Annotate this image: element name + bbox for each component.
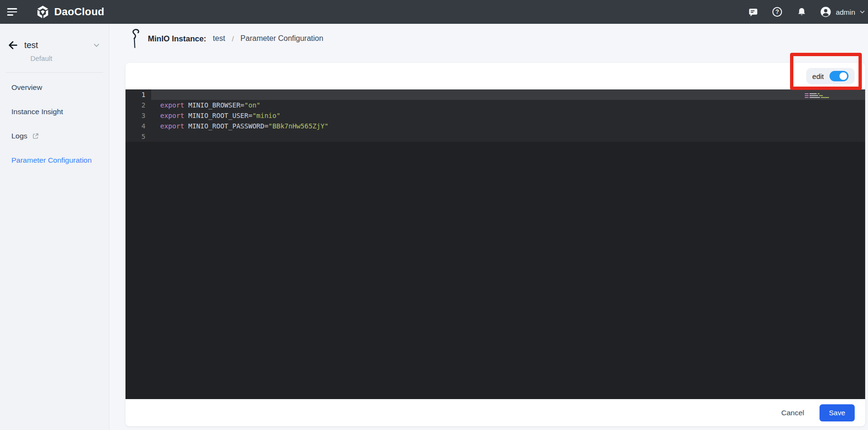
sidebar-item-label: Logs bbox=[11, 132, 28, 140]
menu-icon[interactable] bbox=[7, 7, 19, 17]
line-number: 2 bbox=[125, 100, 151, 110]
code-text[interactable] bbox=[151, 131, 865, 142]
minimap[interactable] bbox=[805, 91, 835, 101]
external-link-icon bbox=[32, 132, 39, 140]
sidebar-item-label: Instance Insight bbox=[11, 108, 63, 116]
code-text[interactable]: export MINIO_ROOT_PASSWORD="BBk7nHw565Zj… bbox=[151, 121, 865, 131]
instance-name[interactable]: test bbox=[24, 40, 38, 50]
sidebar-item-label: Parameter Configuration bbox=[11, 156, 92, 165]
code-line[interactable]: 1 bbox=[125, 89, 865, 100]
topbar: DaoCloud ? bbox=[0, 0, 868, 24]
sidebar-item-label: Overview bbox=[11, 83, 42, 92]
sidebar-divider bbox=[6, 72, 103, 73]
svg-text:?: ? bbox=[775, 9, 779, 15]
minio-logo-icon bbox=[129, 29, 141, 49]
brand-name: DaoCloud bbox=[54, 6, 104, 18]
sidebar-item-overview[interactable]: Overview bbox=[0, 75, 109, 99]
instance-chevron-down-icon[interactable] bbox=[93, 41, 100, 49]
instance-default-label: Default bbox=[30, 55, 100, 62]
back-button[interactable] bbox=[7, 39, 19, 51]
breadcrumb-instance[interactable]: test bbox=[213, 34, 225, 43]
sidebar-nav: Overview Instance Insight Logs Parameter… bbox=[0, 75, 109, 172]
main-content: MinIO Instance: test / Parameter Configu… bbox=[109, 24, 868, 430]
cancel-button[interactable]: Cancel bbox=[781, 409, 804, 417]
sidebar-item-instance-insight[interactable]: Instance Insight bbox=[0, 99, 109, 124]
bell-icon[interactable] bbox=[796, 6, 807, 18]
avatar bbox=[820, 6, 831, 18]
breadcrumb-separator: / bbox=[232, 35, 234, 43]
edit-toggle-switch[interactable] bbox=[829, 71, 849, 81]
sidebar-item-logs[interactable]: Logs bbox=[0, 124, 109, 148]
brand-logo[interactable]: DaoCloud bbox=[36, 5, 104, 19]
username: admin bbox=[836, 8, 855, 16]
line-number: 1 bbox=[125, 89, 151, 100]
parameter-config-panel: edit 12export MINIO_BROWSER="on"3export … bbox=[125, 63, 865, 426]
edit-toggle-label: edit bbox=[812, 72, 824, 80]
code-line[interactable]: 4export MINIO_ROOT_PASSWORD="BBk7nHw565Z… bbox=[125, 121, 865, 131]
user-menu[interactable]: admin bbox=[820, 6, 865, 18]
breadcrumb-page: Parameter Configuration bbox=[241, 34, 323, 43]
sidebar: test Default Overview Instance Insight L… bbox=[0, 24, 109, 430]
save-button[interactable]: Save bbox=[820, 404, 855, 421]
daocloud-logo-icon bbox=[36, 5, 50, 19]
help-icon[interactable]: ? bbox=[772, 6, 783, 18]
chevron-down-icon bbox=[859, 9, 865, 15]
panel-header: edit bbox=[125, 63, 865, 89]
sidebar-item-parameter-configuration[interactable]: Parameter Configuration bbox=[0, 148, 109, 172]
code-text[interactable] bbox=[151, 89, 865, 100]
panel-footer: Cancel Save bbox=[125, 399, 865, 426]
code-lines: 12export MINIO_BROWSER="on"3export MINIO… bbox=[125, 89, 865, 142]
code-line[interactable]: 5 bbox=[125, 131, 865, 142]
code-editor[interactable]: 12export MINIO_BROWSER="on"3export MINIO… bbox=[125, 89, 865, 399]
code-line[interactable]: 3export MINIO_ROOT_USER="minio" bbox=[125, 110, 865, 121]
code-text[interactable]: export MINIO_ROOT_USER="minio" bbox=[151, 110, 865, 121]
code-text[interactable]: export MINIO_BROWSER="on" bbox=[151, 100, 865, 110]
line-number: 5 bbox=[125, 131, 151, 142]
message-icon[interactable] bbox=[747, 6, 759, 18]
page-title: MinIO Instance: bbox=[148, 34, 206, 43]
code-line[interactable]: 2export MINIO_BROWSER="on" bbox=[125, 100, 865, 110]
line-number: 4 bbox=[125, 121, 151, 131]
breadcrumb: MinIO Instance: test / Parameter Configu… bbox=[109, 24, 868, 53]
line-number: 3 bbox=[125, 110, 151, 121]
edit-toggle-group: edit bbox=[806, 68, 855, 84]
